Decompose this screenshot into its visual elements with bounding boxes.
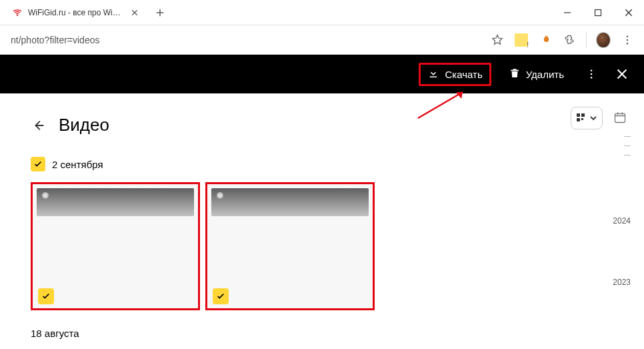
more-actions-icon[interactable] [581,64,601,84]
address-bar-row: nt/photo?filter=videos [0,25,644,55]
bookmark-star-icon[interactable] [490,33,505,47]
close-selection-icon[interactable] [612,64,632,84]
url-text: nt/photo?filter=videos [11,35,99,45]
svg-rect-12 [577,118,580,121]
browser-tab[interactable]: WiFiGid.ru - все про WiFi и бе [5,2,145,23]
layout-switch-button[interactable] [571,107,603,129]
chevron-down-icon [589,114,597,122]
date-label: 18 августа [31,328,644,339]
page-header: Видео [31,115,644,135]
timeline-year[interactable]: 2024 [613,216,631,226]
video-thumbnail-row [31,182,644,310]
window-controls [552,0,644,25]
delete-label: Удалить [526,69,564,80]
toolbar-icons [490,33,639,47]
svg-point-7 [591,77,593,79]
flame-icon[interactable] [538,33,553,47]
maximize-button[interactable] [583,0,613,25]
svg-point-6 [591,73,593,75]
svg-point-0 [17,14,18,15]
download-icon [427,67,439,81]
thumbnail-checkbox-checked[interactable] [38,288,54,304]
view-controls [571,107,628,129]
selection-action-bar: Скачать Удалить [0,55,644,93]
close-window-button[interactable] [613,0,644,25]
content-area: Видео 2 сентября 18 августа [0,93,644,339]
date-checkbox-checked[interactable] [31,157,45,171]
new-tab-button[interactable] [151,3,169,22]
trash-icon [509,67,521,81]
svg-point-4 [627,43,628,44]
wifi-icon [12,7,23,18]
delete-button[interactable]: Удалить [502,63,571,85]
thumbnail-preview [211,188,369,216]
thumbnail-checkbox-checked[interactable] [213,288,229,304]
timeline-year[interactable]: 2023 [613,278,631,287]
thumbnail-preview [37,188,194,216]
back-arrow-icon[interactable] [31,117,47,133]
download-label: Скачать [445,69,482,80]
svg-rect-11 [581,113,585,117]
page-title: Видео [59,115,109,135]
video-thumbnail[interactable] [31,182,200,310]
year-timeline[interactable]: 2024 2023 [604,136,631,349]
svg-point-2 [627,35,628,37]
browser-tab-strip: WiFiGid.ru - все про WiFi и бе [0,0,644,25]
divider [586,33,587,47]
play-indicator-icon [42,192,49,199]
extensions-icon[interactable] [562,33,577,47]
svg-point-3 [627,39,628,40]
grid-icon [576,113,587,123]
svg-point-5 [591,69,593,71]
svg-rect-10 [577,113,580,117]
svg-rect-1 [595,9,601,15]
minimize-button[interactable] [552,0,583,25]
download-button[interactable]: Скачать [419,63,491,86]
browser-menu-icon[interactable] [620,33,635,47]
tab-title: WiFiGid.ru - все про WiFi и бе [28,8,125,17]
profile-avatar[interactable] [596,33,611,47]
address-bar[interactable]: nt/photo?filter=videos [5,30,490,50]
extension-badge-icon[interactable] [514,33,529,47]
date-label: 2 сентября [52,159,103,170]
play-indicator-icon [217,192,223,199]
close-icon[interactable] [131,8,139,17]
date-group-header[interactable]: 2 сентября [31,157,644,171]
svg-rect-13 [581,118,583,120]
svg-rect-14 [615,113,625,122]
calendar-icon[interactable] [613,111,628,125]
video-thumbnail[interactable] [205,182,375,310]
